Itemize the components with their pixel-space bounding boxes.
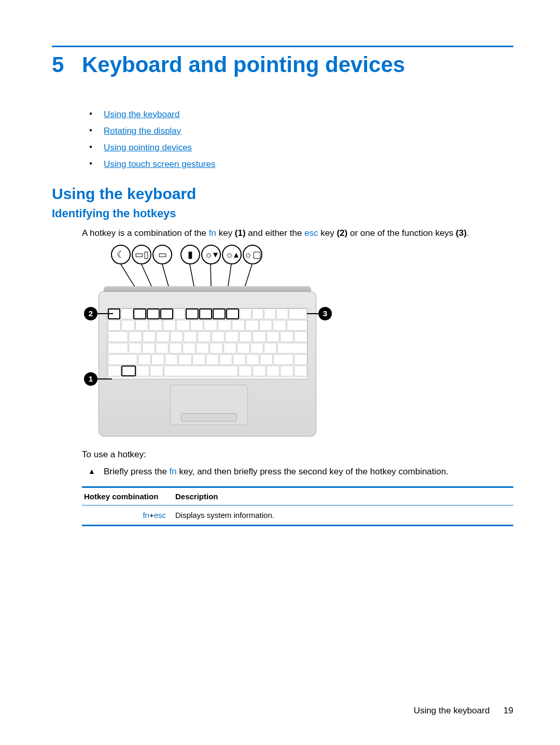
table-row: fn+esc Displays system information. — [82, 505, 513, 525]
key — [223, 343, 236, 354]
key — [280, 331, 293, 342]
fn-key-f1 — [133, 308, 146, 319]
key — [192, 354, 205, 365]
key — [246, 354, 259, 365]
table-header-row: Hotkey combination Description — [82, 487, 513, 505]
callout-ref-3: (3) — [456, 228, 467, 238]
key — [239, 331, 253, 342]
touchpad — [170, 385, 248, 425]
key — [294, 354, 307, 365]
callout-badge-1: 1 — [84, 372, 97, 386]
toc-link-touch-gestures[interactable]: Using touch screen gestures — [104, 159, 215, 169]
col-header-description: Description — [175, 487, 513, 505]
instruction-item: Briefly press the fn key, and then brief… — [82, 466, 513, 478]
footer-section: Using the keyboard — [414, 706, 489, 715]
fn-key-f6 — [199, 308, 212, 319]
chapter-title: Keyboard and pointing devices — [82, 52, 405, 77]
key — [280, 366, 293, 376]
key — [183, 343, 195, 354]
key — [267, 366, 280, 376]
col-header-combination: Hotkey combination — [82, 487, 175, 505]
esc-key — [108, 308, 121, 319]
display-icon: ▭ — [152, 245, 172, 264]
key — [143, 331, 156, 342]
fn-key-text: fn — [170, 467, 177, 476]
key — [239, 366, 252, 376]
toc-item: Rotating the display — [82, 126, 513, 136]
key — [174, 308, 186, 319]
callout-ref-2: (2) — [337, 228, 347, 238]
key — [135, 320, 149, 331]
key — [273, 354, 293, 365]
fn-key — [121, 366, 136, 376]
key — [108, 331, 129, 342]
subsection-heading: Identifying the hotkeys — [52, 207, 513, 220]
space-key — [164, 366, 239, 376]
combo-fn: fn — [143, 511, 149, 519]
key — [218, 320, 231, 331]
text: and either the — [246, 228, 304, 238]
combo-plus: + — [149, 511, 154, 519]
battery-icon: ▮ — [180, 245, 200, 264]
fn-key-f3 — [160, 308, 173, 319]
fn-key-f2 — [147, 308, 160, 319]
key — [136, 366, 150, 376]
toc-link-using-keyboard[interactable]: Using the keyboard — [104, 109, 179, 119]
text: . — [467, 228, 469, 238]
toc-item: Using pointing devices — [82, 143, 513, 153]
key — [209, 343, 222, 354]
key — [206, 354, 219, 365]
key — [121, 308, 133, 319]
key — [169, 343, 182, 354]
key — [294, 331, 307, 342]
key — [198, 331, 211, 342]
key — [277, 343, 307, 354]
fn-key-text: fn — [209, 228, 216, 238]
document-page: 5 Keyboard and pointing devices Using th… — [0, 0, 560, 526]
key — [250, 343, 263, 354]
callout-badge-2: 2 — [84, 307, 97, 320]
section-heading: Using the keyboard — [52, 185, 513, 203]
key — [129, 331, 142, 342]
key — [121, 320, 135, 331]
combo-key: esc — [154, 511, 166, 519]
key — [165, 354, 178, 365]
key — [212, 331, 225, 342]
callout-line — [97, 313, 113, 314]
toc-item: Using the keyboard — [82, 109, 513, 120]
ambient-light-icon: ☼▢ — [243, 245, 262, 264]
key — [108, 354, 138, 365]
text: key — [216, 228, 235, 238]
page-footer: Using the keyboard 19 — [414, 706, 513, 716]
dual-display-icon: ▭▯ — [132, 245, 151, 264]
key — [240, 308, 251, 319]
toc-link-rotating-display[interactable]: Rotating the display — [104, 126, 181, 136]
key — [245, 320, 259, 331]
key — [138, 354, 151, 365]
fn-key-f7 — [213, 308, 226, 319]
callout-ref-1: (1) — [235, 228, 246, 238]
key — [233, 354, 246, 365]
key — [237, 343, 250, 354]
key — [176, 320, 190, 331]
key — [289, 308, 307, 319]
toc-item: Using touch screen gestures — [82, 159, 513, 170]
text: key, and then briefly press the second k… — [177, 467, 449, 476]
key — [156, 331, 170, 342]
chapter-number: 5 — [52, 52, 82, 77]
toc-link-pointing-devices[interactable]: Using pointing devices — [104, 143, 192, 152]
chapter-heading: 5 Keyboard and pointing devices — [52, 52, 513, 77]
key — [219, 354, 232, 365]
key — [184, 331, 197, 342]
key — [108, 320, 121, 331]
keyboard-illustration: ☾ ▭▯ ▭ ▮ ☼▾ ☼▴ ☼▢ — [82, 245, 331, 442]
key — [170, 331, 184, 342]
key — [163, 320, 176, 331]
sleep-icon: ☾ — [111, 245, 131, 264]
key — [150, 366, 163, 376]
text: key — [318, 228, 337, 238]
key — [264, 343, 277, 354]
key — [108, 366, 121, 376]
key — [225, 331, 239, 342]
key — [252, 308, 264, 319]
